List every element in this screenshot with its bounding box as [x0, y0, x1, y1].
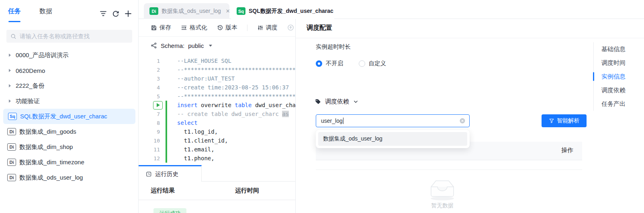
tree-item[interactable]: SqSQL数据开发_dwd_user_charac	[3, 109, 135, 124]
code-token: --author:UAT_TEST	[177, 75, 235, 82]
empty-text: 暂无数据	[410, 202, 474, 209]
input-value: user_log	[321, 118, 343, 124]
tree-item[interactable]: 0620Demo	[0, 63, 139, 78]
tree-item[interactable]: Di数据集成_dim_goods	[0, 124, 139, 139]
col-run-result: 运行结果	[151, 187, 175, 194]
sidebar-tab-bar: 任务 数据	[8, 7, 52, 16]
code-token: insert	[177, 102, 198, 108]
code-token: select	[177, 120, 198, 126]
caret-right-icon[interactable]	[9, 54, 11, 57]
anchor-item[interactable]: 调度时间	[594, 56, 626, 70]
caret-right-icon[interactable]	[9, 84, 11, 87]
editor-tab-strip: Di 数据集成_ods_user_log ✕ Sq SQL数据开发_dwd_us…	[139, 0, 644, 19]
sidebar-tab-data[interactable]: 数据	[39, 7, 52, 16]
sq-badge: Sq	[8, 113, 17, 120]
code-line: 3--author:UAT_TEST	[139, 74, 295, 83]
sql-code-editor[interactable]: 1--LAKE_HOUSE SQL2--********************…	[139, 56, 295, 163]
tree-item-label: 0620Demo	[16, 67, 45, 74]
tree-item[interactable]: Di数据集成_dim_shop	[0, 139, 139, 155]
sidebar-tab-tasks[interactable]: 任务	[8, 7, 21, 16]
change-indicator	[164, 92, 168, 101]
timeout-radio-group: 不开启 自定义	[316, 60, 386, 67]
editor-tab-dwd-user-charac[interactable]: Sq SQL数据开发_dwd_user_charac	[231, 3, 334, 19]
line-number: 8	[139, 120, 164, 126]
line-number: 10	[139, 138, 164, 144]
tree-item-label: 数据集成_dim_shop	[19, 143, 73, 151]
run-table-header: 运行结果 运行时间	[139, 182, 295, 200]
code-text: insert overwrite table dwd_user_charc as	[168, 102, 295, 108]
line-number: 2	[139, 67, 164, 73]
line-number: 11	[139, 147, 164, 153]
run-history-label: 运行历史	[155, 170, 178, 178]
filter-icon[interactable]	[100, 10, 107, 17]
code-text: t1.phone,	[168, 155, 215, 161]
caret-right-icon[interactable]	[9, 99, 11, 103]
save-label: 保存	[159, 24, 171, 31]
radio-unchecked-icon	[359, 60, 365, 67]
radio-no-timeout[interactable]: 不开启	[316, 60, 343, 67]
search-input[interactable]: 请输入任务名称或路径查找	[6, 30, 132, 43]
change-indicator	[164, 74, 168, 83]
code-line: 8select	[139, 118, 295, 127]
code-token: table	[235, 102, 251, 108]
change-indicator	[164, 127, 168, 136]
code-text: --**************************************…	[168, 66, 295, 73]
format-label: 格式化	[190, 24, 207, 31]
radio-label: 不开启	[326, 60, 343, 67]
search-icon	[10, 33, 16, 39]
save-button[interactable]: 保存	[151, 24, 171, 31]
submit-button[interactable]: 提交	[287, 24, 296, 31]
tree-item[interactable]: Di数据集成_ods_user_log	[0, 170, 139, 185]
tree-item[interactable]: 2222_备份	[0, 78, 139, 93]
text-cursor	[343, 118, 343, 124]
anchor-item[interactable]: 基础信息	[594, 42, 626, 56]
anchor-item[interactable]: 实例信息	[594, 70, 626, 83]
close-icon[interactable]: ✕	[226, 8, 230, 14]
anchor-item[interactable]: 调度依赖	[594, 83, 626, 97]
line-number: 9	[139, 129, 164, 135]
tree-item-label: 数据集成_dim_timezone	[19, 159, 84, 166]
add-task-icon[interactable]	[125, 10, 132, 17]
save-icon	[151, 25, 157, 31]
suggestion-option[interactable]: 数据集成_ods_user_log	[318, 132, 467, 146]
tab-run-history[interactable]: 运行历史	[139, 165, 202, 182]
format-button[interactable]: 格式化	[181, 24, 207, 31]
editor-toolbar: 保存 格式化 版本 调度 提交	[139, 19, 295, 37]
config-anchor-nav: 基础信息调度时间实例信息调度依赖任务产出	[593, 42, 626, 111]
code-text: --**************************************…	[168, 93, 295, 99]
timeout-label: 实例超时时长	[316, 43, 351, 51]
sq-badge: Sq	[237, 7, 245, 15]
change-indicator	[164, 145, 168, 154]
editor-tab-ods-user-log[interactable]: Di 数据集成_ods_user_log ✕	[144, 3, 229, 19]
tag-icon	[315, 99, 321, 105]
play-icon[interactable]	[153, 101, 163, 110]
funnel-icon	[549, 118, 554, 124]
tree-item[interactable]: 功能验证	[0, 93, 139, 109]
version-button[interactable]: 版本	[217, 24, 237, 31]
clear-input-icon[interactable]	[460, 118, 465, 124]
refresh-icon[interactable]	[112, 10, 119, 17]
tree-item-label: 功能验证	[16, 97, 40, 105]
header-divider	[296, 38, 644, 38]
schema-label: Schema:	[161, 42, 184, 49]
radio-custom-timeout[interactable]: 自定义	[359, 60, 386, 67]
anchor-item[interactable]: 任务产出	[594, 97, 626, 111]
dependency-section-header[interactable]: 调度依赖	[315, 98, 358, 105]
dependency-search-input[interactable]: user_log	[316, 114, 470, 127]
code-token: --LAKE_HOUSE SQL	[177, 58, 231, 64]
code-token: dwd_user_charc as	[251, 102, 295, 108]
schedule-button[interactable]: 调度	[257, 24, 278, 31]
schema-selector[interactable]: Schema: public	[139, 37, 295, 54]
run-line-button[interactable]	[139, 101, 164, 110]
tree-item[interactable]: 0000_产品培训演示	[0, 48, 139, 63]
col-action: 操作	[561, 147, 573, 154]
code-text: t1.email,	[168, 146, 215, 153]
schedule-config-pane: 调度配置 实例超时时长 不开启 自定义 调度依赖 user_log	[295, 19, 644, 213]
code-text: t1.client_id,	[168, 137, 228, 144]
code-token: -- create table dwd_user_charc	[177, 111, 282, 117]
smart-parse-button[interactable]: 智能解析	[542, 114, 587, 127]
tree-item[interactable]: Di数据集成_dim_timezone	[0, 155, 139, 170]
code-text: --author:UAT_TEST	[168, 75, 235, 82]
task-sidebar: 任务 数据 请输入任务名称或路径查找 0000_产品培训演示0620Demo22…	[0, 0, 139, 213]
caret-right-icon[interactable]	[9, 69, 11, 72]
